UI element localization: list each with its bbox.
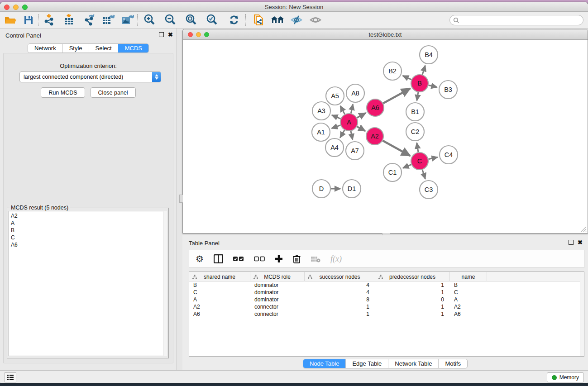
network-canvas[interactable]: AA1A2A3A4A5A6A7A8BB1B2B3B4CC1C2C3C4DD1 [183, 40, 587, 233]
edge-B-B1[interactable] [417, 92, 418, 101]
edge-A-A8[interactable] [351, 104, 353, 113]
edge-A-A5[interactable] [340, 106, 345, 114]
edge-C-C1[interactable] [403, 165, 411, 168]
network-view-window: testGlobe.txt AA1A2A3A4A5A6A7A8BB1B2B3B4… [182, 29, 588, 234]
show-column-icon[interactable] [214, 253, 223, 264]
memory-button[interactable]: Memory [547, 372, 584, 382]
result-item[interactable]: C [11, 234, 167, 241]
table-row[interactable]: Bdominator41B [189, 281, 584, 289]
refresh-view-icon[interactable] [227, 13, 241, 27]
export-network-icon[interactable] [82, 13, 96, 27]
table-cell: C [450, 289, 487, 296]
edge-A2-C[interactable] [383, 141, 411, 156]
float-panel-icon[interactable] [159, 32, 164, 37]
import-network-icon[interactable] [42, 13, 56, 27]
column-header-predecessor-nodes[interactable]: predecessor nodes [375, 272, 450, 281]
cyndex-browser-icon[interactable] [271, 13, 284, 27]
delete-column-icon[interactable] [293, 253, 301, 264]
edge-A-A3[interactable] [332, 115, 340, 119]
close-panel-button[interactable]: Close panel [91, 87, 136, 98]
result-item[interactable]: A [11, 219, 167, 227]
table-cell: A2 [450, 303, 487, 310]
zoom-out-icon[interactable] [163, 13, 177, 27]
edge-A-A7[interactable] [351, 131, 353, 140]
zoom-selected-icon[interactable] [205, 13, 219, 27]
open-session-icon[interactable] [4, 13, 17, 27]
resize-grip-icon[interactable] [579, 225, 587, 232]
float-table-panel-icon[interactable] [569, 240, 574, 245]
edge-A-A4[interactable] [340, 130, 344, 138]
deselect-all-rows-icon[interactable] [254, 253, 265, 264]
search-box[interactable] [449, 15, 583, 25]
function-builder-icon[interactable]: f(x) [330, 253, 342, 264]
column-header-MCDS-role[interactable]: MCDS role [250, 272, 305, 281]
export-table-icon[interactable] [101, 13, 115, 27]
tab-network[interactable]: Network [28, 44, 62, 52]
mcds-result-list[interactable]: A2ABCA6 [9, 211, 167, 356]
tab-network-table[interactable]: Network Table [388, 359, 438, 368]
node-label-A6: A6 [371, 104, 379, 111]
table-header-row: shared nameMCDS rolesuccessor nodesprede… [189, 272, 584, 281]
result-item[interactable]: B [11, 227, 167, 234]
add-column-icon[interactable] [275, 253, 283, 264]
table-scrollbar[interactable] [580, 272, 584, 356]
task-history-button[interactable] [5, 372, 16, 382]
table-row[interactable]: A2connector11A2 [189, 303, 584, 310]
result-item[interactable]: A2 [11, 212, 167, 219]
tab-edge-table[interactable]: Edge Table [345, 359, 388, 368]
search-input[interactable] [461, 17, 583, 24]
table-cell: C [189, 289, 250, 296]
result-scrollbar[interactable] [163, 211, 167, 356]
edge-A-A1[interactable] [332, 125, 341, 129]
memory-status-icon [552, 375, 557, 380]
main-toolbar [0, 12, 588, 29]
node-label-A1: A1 [317, 129, 325, 136]
new-network-from-selection-icon[interactable] [252, 13, 265, 27]
mcds-result-group: MCDS result (5 nodes) A2ABCA6 [7, 208, 169, 358]
column-type-icon [378, 274, 383, 281]
node-label-B3: B3 [444, 86, 452, 93]
close-table-panel-icon[interactable]: ✖ [578, 240, 583, 245]
tab-node-table[interactable]: Node Table [303, 359, 346, 368]
result-item[interactable]: A6 [11, 241, 167, 248]
delete-table-icon[interactable] [311, 253, 320, 264]
toolbar-separator [79, 14, 79, 26]
run-mcds-button[interactable]: Run MCDS [41, 87, 85, 98]
save-session-icon[interactable] [22, 13, 35, 27]
edge-A-A2[interactable] [357, 127, 365, 131]
table-row[interactable]: Cdominator41C [189, 289, 584, 296]
edge-B-B4[interactable] [422, 66, 425, 75]
edge-C-C2[interactable] [417, 143, 418, 152]
hide-panels-icon[interactable] [290, 13, 303, 27]
edge-B-B2[interactable] [403, 76, 411, 80]
table-row[interactable]: A6connector11A6 [189, 310, 584, 318]
select-all-rows-icon[interactable] [233, 253, 244, 264]
zoom-fit-icon[interactable] [184, 13, 198, 27]
edge-A6-B[interactable] [383, 89, 411, 104]
table-settings-icon[interactable]: ⚙ [196, 253, 204, 264]
splitter-grip-left[interactable] [179, 195, 183, 203]
node-label-A8: A8 [351, 90, 359, 97]
tab-mcds[interactable]: MCDS [118, 44, 148, 52]
edge-C-C3[interactable] [422, 170, 425, 179]
column-header-successor-nodes[interactable]: successor nodes [305, 272, 375, 281]
tab-motifs[interactable]: Motifs [438, 359, 467, 368]
zoom-in-icon[interactable] [143, 13, 156, 27]
optimization-criterion-select[interactable]: largest connected component (directed) [19, 71, 161, 82]
table-row[interactable]: Adominator80A [189, 296, 584, 303]
tab-select[interactable]: Select [89, 44, 118, 52]
network-window-titlebar[interactable]: testGlobe.txt [183, 29, 588, 40]
column-header-shared-name[interactable]: shared name [189, 272, 250, 281]
table-cell: 8 [305, 296, 375, 303]
edge-B-B3[interactable] [429, 85, 437, 87]
table-cell: B [450, 281, 487, 289]
close-panel-icon[interactable]: ✖ [168, 32, 173, 37]
import-table-icon[interactable] [62, 13, 76, 27]
export-image-icon[interactable] [120, 13, 134, 27]
column-header-name[interactable]: name [450, 272, 487, 281]
table-cell: 1 [375, 303, 450, 310]
tab-style[interactable]: Style [62, 44, 89, 52]
edge-C-C4[interactable] [429, 157, 438, 159]
show-panels-icon[interactable] [309, 13, 322, 27]
edge-A-A6[interactable] [357, 113, 366, 118]
